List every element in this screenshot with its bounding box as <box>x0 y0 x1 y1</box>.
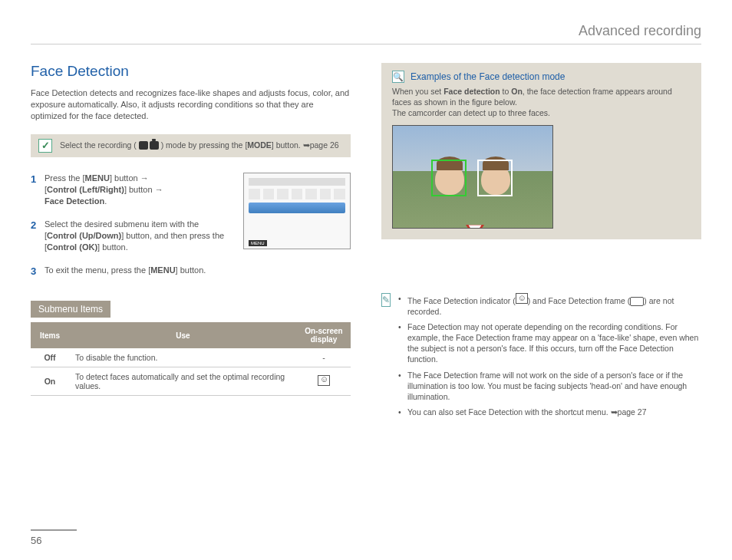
cell-use-on: To detect faces automatically and set th… <box>69 367 297 396</box>
submenu-table: Items Use On-screen display Off To disab… <box>31 322 351 396</box>
t: ] button → <box>110 173 149 183</box>
t: MENU <box>150 265 175 275</box>
t: MENU <box>85 173 110 183</box>
t: When you set <box>392 87 443 96</box>
t: Control (Left/Right) <box>47 185 124 194</box>
table-row: On To detect faces automatically and set… <box>31 367 351 396</box>
mode-note-tail: ] button. ➥page 26 <box>272 140 339 150</box>
pencil-icon: ✎ <box>381 293 391 307</box>
page-number: 56 <box>31 535 41 546</box>
step-2: Select the desired submenu item with the… <box>31 219 232 254</box>
intro-paragraph: Face Detection detects and recognizes fa… <box>31 87 351 122</box>
tip-3: The Face Detection frame will not work o… <box>398 370 701 403</box>
mode-note-pre: Select the recording ( <box>60 140 137 150</box>
page-header: Advanced recording <box>31 23 701 44</box>
steps-list: Press the [MENU] button → [Control (Left… <box>31 173 232 254</box>
cell-disp-on <box>297 367 351 396</box>
steps-and-diagram-row: Press the [MENU] button → [Control (Left… <box>31 173 351 265</box>
menu-label-icon: MENU <box>249 240 267 246</box>
t: Control (Up/Down) <box>47 231 121 240</box>
table-row: Off To disable the function. - <box>31 348 351 367</box>
t: . <box>104 196 107 206</box>
mode-note-text: Select the recording ( ) mode by pressin… <box>60 140 339 151</box>
t: The Face Detection indicator ( <box>407 296 516 305</box>
t: ] button → <box>124 185 163 194</box>
example-title: Examples of the Face detection mode <box>411 71 565 82</box>
left-column: Face Detection Face Detection detects an… <box>31 63 351 422</box>
t: Control (OK) <box>47 242 97 252</box>
col-display: On-screen display <box>297 322 351 348</box>
t: Press the [ <box>45 173 85 183</box>
magnifier-icon: 🔍 <box>392 71 404 83</box>
tip-4: You can also set Face Detection with the… <box>398 407 701 417</box>
arrow-down-icon <box>466 225 484 229</box>
tip-2: Face Detection may not operate depending… <box>398 321 701 365</box>
t: ) and Face Detection frame ( <box>528 296 631 305</box>
tip-1: The Face Detection indicator () and Face… <box>398 293 701 317</box>
footer-rule <box>31 529 77 531</box>
cell-disp-off: - <box>297 348 351 367</box>
step-1: Press the [MENU] button → [Control (Left… <box>31 173 232 208</box>
mode-select-note: ✓ Select the recording ( ) mode by press… <box>31 134 351 157</box>
cell-use-off: To disable the function. <box>69 348 297 367</box>
t: The camcorder can detect up to three fac… <box>392 108 550 117</box>
t: Face detection <box>443 87 500 96</box>
right-column: 🔍 Examples of the Face detection mode Wh… <box>381 63 701 422</box>
example-body: When you set Face detection to On, the f… <box>392 86 691 119</box>
submenu-heading: Submenu Items <box>31 301 110 318</box>
section-title: Face Detection <box>31 63 351 80</box>
face-detection-icon <box>516 293 528 304</box>
cell-item-on: On <box>31 367 69 396</box>
col-use: Use <box>69 322 297 348</box>
tip-list: The Face Detection indicator () and Face… <box>398 293 701 423</box>
menu-screenshot-diagram: MENU <box>243 173 351 249</box>
mode-note-post: ) mode by pressing the [ <box>161 140 248 150</box>
example-box: 🔍 Examples of the Face detection mode Wh… <box>381 63 701 239</box>
t: On <box>511 87 523 96</box>
t: Face Detection <box>45 196 104 206</box>
example-photo <box>392 125 553 229</box>
t: to <box>500 87 512 96</box>
col-items: Items <box>31 322 69 348</box>
face-detection-icon <box>318 375 330 386</box>
mode-button-label: MODE <box>247 140 272 150</box>
content-columns: Face Detection Face Detection detects an… <box>31 63 701 422</box>
check-icon: ✓ <box>38 139 52 153</box>
cell-item-off: Off <box>31 348 69 367</box>
t: ] button. <box>97 242 128 252</box>
record-mode-icons <box>139 141 159 150</box>
t: To exit the menu, press the [ <box>45 265 150 275</box>
t: ] button. <box>176 265 206 275</box>
step-3: To exit the menu, press the [MENU] butto… <box>31 265 351 276</box>
frame-icon <box>630 297 644 306</box>
tip-section: ✎ The Face Detection indicator () and Fa… <box>381 293 701 423</box>
